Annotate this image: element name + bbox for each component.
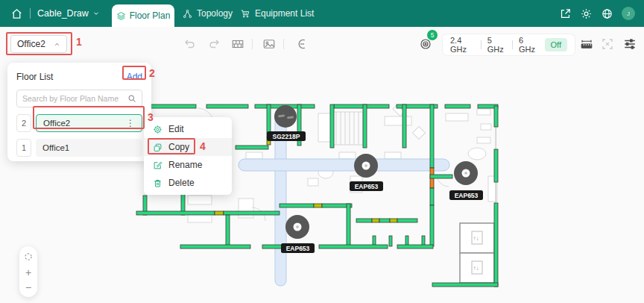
chevron-down-icon	[92, 10, 100, 17]
chevron-up-icon	[54, 41, 60, 48]
annotation-number-1: 1	[76, 36, 82, 48]
redo-button[interactable]	[207, 37, 221, 51]
menu-item-delete[interactable]: Delete	[144, 174, 232, 192]
floor-row-name-office1[interactable]: Office1	[36, 139, 142, 157]
background-image-button[interactable]	[262, 37, 276, 51]
edit-gear-icon	[153, 125, 162, 134]
tab-floor-plan-label: Floor Plan	[130, 10, 171, 21]
home-icon[interactable]	[10, 7, 23, 20]
annotation-number-2: 2	[149, 67, 155, 79]
tab-topology[interactable]: Topology	[183, 0, 233, 27]
device-eap653-2[interactable]: EAP653	[449, 161, 483, 200]
band-5ghz[interactable]: 5 GHz	[487, 36, 506, 54]
floor-list-title: Floor List	[16, 72, 53, 82]
svg-text:↑↓: ↑↓	[473, 235, 479, 242]
floor-search-box	[16, 90, 142, 107]
top-header: Cable_Draw Floor Plan Topology Equipment…	[0, 0, 644, 27]
language-globe-icon[interactable]	[601, 7, 613, 20]
floor-list-popup: Floor List Add 2 Office2 ⋮ 1 Office1	[7, 63, 151, 161]
undo-button[interactable]	[183, 37, 197, 51]
floor-row-office2: 2 Office2 ⋮	[16, 114, 142, 132]
band-switch-group: 2.4 GHz 5 GHz 6 GHz Off	[443, 34, 575, 55]
layers-icon	[116, 11, 126, 21]
floor-row-index: 1	[16, 139, 31, 157]
locate-crosshair-icon[interactable]	[23, 252, 34, 262]
search-icon[interactable]	[127, 94, 136, 103]
rename-pencil-icon	[153, 160, 162, 170]
open-external-icon[interactable]	[559, 7, 572, 20]
floor-plan-selector-value: Office2	[17, 39, 45, 49]
add-floor-button[interactable]: Add	[127, 72, 142, 82]
project-dropdown[interactable]: Cable_Draw	[37, 8, 100, 19]
floor-search-input[interactable]	[22, 94, 123, 103]
svg-text:EAP653: EAP653	[286, 245, 310, 252]
menu-item-edit[interactable]: Edit	[144, 120, 232, 138]
annotation-number-4: 4	[200, 140, 206, 152]
tab-equipment-list[interactable]: Equipment List	[240, 0, 314, 27]
floor-row-index: 2	[16, 114, 31, 132]
map-zoom-control: + −	[19, 246, 37, 297]
band-6ghz[interactable]: 6 GHz	[519, 36, 537, 54]
draw-cable-button[interactable]	[295, 37, 309, 51]
measure-ruler-button[interactable]	[580, 37, 593, 51]
floor-plan-selector[interactable]: Office2	[10, 35, 67, 53]
row-more-icon[interactable]: ⋮	[126, 118, 135, 128]
cart-icon	[240, 8, 250, 19]
heatmap-off-toggle[interactable]: Off	[545, 38, 567, 51]
ap-count-badge: 5	[427, 30, 438, 40]
svg-text:EAP653: EAP653	[455, 192, 479, 199]
cable-tray-horizontal[interactable]	[239, 159, 449, 171]
user-avatar[interactable]: J	[622, 7, 635, 20]
draw-wall-button[interactable]	[231, 37, 244, 51]
header-divider	[30, 8, 31, 19]
toolbar-divider	[252, 39, 253, 49]
floor-row-office1: 1 Office1	[16, 139, 142, 157]
display-settings-button[interactable]	[623, 37, 637, 51]
menu-item-rename[interactable]: Rename	[144, 156, 232, 174]
menu-item-copy[interactable]: Copy	[144, 138, 232, 156]
zoom-out-button[interactable]: −	[25, 283, 31, 292]
app-window: Cable_Draw Floor Plan Topology Equipment…	[0, 0, 644, 303]
svg-text:↑↓: ↑↓	[473, 265, 479, 272]
fit-screen-button[interactable]	[601, 37, 614, 51]
annotation-number-3: 3	[148, 111, 154, 123]
tab-equipment-list-label: Equipment List	[255, 8, 314, 19]
copy-icon	[153, 143, 162, 152]
tab-floor-plan[interactable]: Floor Plan	[112, 4, 174, 27]
theme-brightness-icon[interactable]	[580, 7, 593, 20]
svg-text:EAP653: EAP653	[355, 183, 379, 190]
tab-topology-label: Topology	[197, 8, 233, 19]
svg-text:SG2218P: SG2218P	[273, 133, 300, 140]
zoom-in-button[interactable]: +	[25, 268, 31, 277]
delete-trash-icon	[153, 178, 162, 188]
toolbar-divider	[283, 39, 284, 49]
project-name: Cable_Draw	[37, 8, 89, 19]
topology-icon	[183, 9, 192, 19]
floor-row-name-office2[interactable]: Office2 ⋮	[36, 114, 142, 132]
band-2-4ghz[interactable]: 2.4 GHz	[450, 36, 475, 54]
floor-context-menu: Edit Copy Rename Delete	[144, 117, 232, 195]
